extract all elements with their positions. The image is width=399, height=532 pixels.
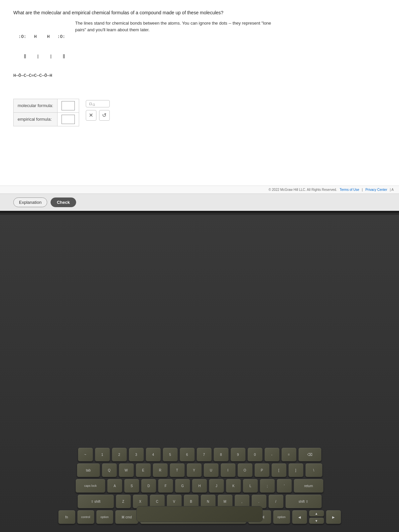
key-h[interactable]: H — [192, 479, 207, 493]
macbook-body: ~ 1 2 3 4 5 6 7 8 9 0 - = ⌫ tab Q W E R … — [0, 215, 399, 532]
key-arrow-up[interactable]: ▲ — [309, 510, 324, 517]
hint-text: The lines stand for chemical bonds betwe… — [75, 20, 275, 33]
key-quote[interactable]: ' — [277, 479, 292, 493]
key-2[interactable]: 2 — [112, 448, 127, 462]
key-arrow-left[interactable]: ◀ — [292, 510, 307, 524]
key-cmd-left[interactable]: ⌘ cmd — [115, 510, 138, 524]
key-y[interactable]: Y — [187, 463, 202, 477]
key-q[interactable]: Q — [102, 463, 117, 477]
key-option-right[interactable]: option — [273, 510, 290, 524]
key-1[interactable]: 1 — [95, 448, 110, 462]
key-j[interactable]: J — [209, 479, 224, 493]
key-g[interactable]: G — [175, 479, 190, 493]
key-l[interactable]: L — [243, 479, 258, 493]
key-rbracket[interactable]: ] — [288, 463, 304, 477]
empirical-label: empirical formula: — [14, 112, 58, 126]
key-ctrl[interactable]: control — [77, 510, 94, 524]
molecule-diagram: :O: H H :O: ‖ | | ‖ H—Ö—C—C═C—C—Ö—H — [13, 20, 65, 92]
key-5[interactable]: 5 — [163, 448, 178, 462]
key-f[interactable]: F — [158, 479, 173, 493]
molecular-row: molecular formula: — [14, 99, 79, 112]
bottom-action-bar: Explanation Check — [0, 194, 399, 211]
key-p[interactable]: P — [254, 463, 270, 477]
key-slash[interactable]: / — [268, 494, 284, 508]
check-button[interactable]: Check — [51, 198, 76, 207]
action-buttons: ✕ ↺ — [86, 110, 110, 121]
key-8[interactable]: 8 — [213, 448, 229, 462]
key-6[interactable]: 6 — [180, 448, 195, 462]
key-return[interactable]: return — [294, 479, 324, 493]
key-k[interactable]: K — [226, 479, 241, 493]
molecule-line2: ‖ | | ‖ — [13, 53, 65, 60]
molecule-line3: H—Ö—C—C═C—C—Ö—H — [13, 72, 65, 79]
key-u[interactable]: U — [203, 463, 219, 477]
keyboard: ~ 1 2 3 4 5 6 7 8 9 0 - = ⌫ tab Q W E R … — [7, 448, 392, 505]
molecule-area: :O: H H :O: ‖ | | ‖ H—Ö—C—C═C—C—Ö—H The … — [13, 20, 386, 92]
key-option[interactable]: option — [96, 510, 113, 524]
key-d[interactable]: D — [141, 479, 156, 493]
key-rshift[interactable]: shift ⇧ — [285, 494, 322, 508]
key-fn[interactable]: fn — [58, 510, 75, 524]
subscript-tool[interactable]: □ □ — [86, 100, 110, 107]
molecular-input[interactable] — [62, 101, 75, 110]
key-capslock[interactable]: caps lock — [75, 479, 105, 493]
key-lshift[interactable]: ⇧ shift — [77, 494, 114, 508]
key-z[interactable]: Z — [116, 494, 131, 508]
key-7[interactable]: 7 — [197, 448, 212, 462]
key-tilde[interactable]: ~ — [78, 448, 93, 462]
empirical-input[interactable] — [62, 115, 75, 124]
content-area: What are the molecular and empirical che… — [0, 0, 399, 186]
key-w[interactable]: W — [119, 463, 134, 477]
key-minus[interactable]: - — [264, 448, 280, 462]
key-e[interactable]: E — [136, 463, 151, 477]
molecular-input-cell[interactable] — [57, 99, 79, 112]
empirical-row: empirical formula: — [14, 112, 79, 126]
screen: ▼ What are the molecular and empirical c… — [0, 0, 399, 213]
footer-bar: © 2022 McGraw Hill LLC. All Rights Reser… — [0, 186, 399, 194]
key-arrow-right[interactable]: ▶ — [326, 510, 341, 524]
molecular-label: molecular formula: — [14, 99, 58, 112]
formula-section: molecular formula: empirical formula: □ … — [13, 99, 386, 126]
explanation-button[interactable]: Explanation — [13, 198, 47, 207]
key-row-numbers: ~ 1 2 3 4 5 6 7 8 9 0 - = ⌫ — [7, 448, 392, 462]
key-row-asdf: caps lock A S D F G H J K L ; ' return — [7, 479, 392, 493]
key-lbracket[interactable]: [ — [271, 463, 287, 477]
input-tools: □ □ ✕ ↺ — [86, 100, 110, 121]
trackpad[interactable] — [136, 506, 263, 522]
question-text: What are the molecular and empirical che… — [13, 10, 386, 15]
clear-button[interactable]: ✕ — [86, 110, 96, 121]
key-i[interactable]: I — [220, 463, 236, 477]
terms-link[interactable]: Terms of Use — [339, 188, 359, 192]
key-tab[interactable]: tab — [77, 463, 100, 477]
key-arrow-down[interactable]: ▼ — [309, 517, 324, 524]
key-t[interactable]: T — [170, 463, 185, 477]
key-s[interactable]: S — [124, 479, 139, 493]
key-a[interactable]: A — [107, 479, 122, 493]
key-backspace[interactable]: ⌫ — [298, 448, 322, 462]
molecule-line1: :O: H H :O: — [13, 34, 65, 40]
empirical-input-cell[interactable] — [57, 112, 79, 126]
footer-separator: | — [362, 188, 363, 192]
key-0[interactable]: 0 — [247, 448, 263, 462]
key-r[interactable]: R — [153, 463, 168, 477]
copyright-text: © 2022 McGraw Hill LLC. All Rights Reser… — [269, 188, 337, 192]
key-row-qwerty: tab Q W E R T Y U I O P [ ] \ — [7, 463, 392, 477]
subscript-small-icon: □ — [93, 103, 95, 106]
refresh-button[interactable]: ↺ — [99, 110, 110, 121]
key-4[interactable]: 4 — [146, 448, 161, 462]
key-backslash[interactable]: \ — [305, 463, 323, 477]
subscript-large-icon: □ — [89, 102, 92, 106]
privacy-link[interactable]: Privacy Center — [365, 188, 387, 192]
key-o[interactable]: O — [237, 463, 253, 477]
key-semicolon[interactable]: ; — [260, 479, 275, 493]
key-3[interactable]: 3 — [129, 448, 144, 462]
key-9[interactable]: 9 — [230, 448, 246, 462]
formula-table: molecular formula: empirical formula: — [13, 99, 79, 126]
key-equals[interactable]: = — [281, 448, 297, 462]
